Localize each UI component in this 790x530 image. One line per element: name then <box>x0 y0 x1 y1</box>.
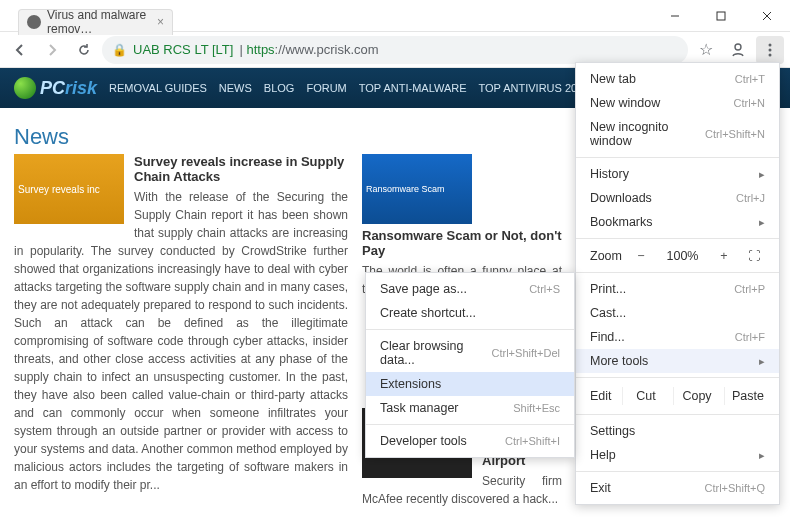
globe-icon <box>14 77 36 99</box>
menu-separator <box>576 157 779 158</box>
svg-point-5 <box>769 43 772 46</box>
zoom-out-button[interactable]: − <box>630 249 652 263</box>
menu-separator <box>576 238 779 239</box>
menu-help[interactable]: Help▸ <box>576 443 779 467</box>
menu-edit-row: Edit Cut Copy Paste <box>576 382 779 410</box>
menu-more-tools[interactable]: More tools▸ <box>576 349 779 373</box>
minimize-button[interactable] <box>652 0 698 32</box>
menu-find[interactable]: Find...Ctrl+F <box>576 325 779 349</box>
chevron-right-icon: ▸ <box>759 216 765 229</box>
submenu-extensions[interactable]: Extensions <box>366 372 574 396</box>
back-button[interactable] <box>6 36 34 64</box>
menu-separator <box>576 377 779 378</box>
menu-exit[interactable]: ExitCtrl+Shift+Q <box>576 476 779 500</box>
nav-top-antivirus[interactable]: TOP ANTIVIRUS 2018 <box>479 82 590 94</box>
reload-button[interactable] <box>70 36 98 64</box>
close-button[interactable] <box>744 0 790 32</box>
nav-news[interactable]: NEWS <box>219 82 252 94</box>
maximize-button[interactable] <box>698 0 744 32</box>
browser-tab[interactable]: Virus and malware remov… × <box>18 9 173 35</box>
menu-new-window[interactable]: New windowCtrl+N <box>576 91 779 115</box>
svg-point-7 <box>769 53 772 56</box>
menu-incognito[interactable]: New incognito windowCtrl+Shift+N <box>576 115 779 153</box>
svg-point-4 <box>735 44 741 50</box>
zoom-percent: 100% <box>660 249 705 263</box>
zoom-in-button[interactable]: + <box>713 249 735 263</box>
logo-risk: risk <box>65 78 97 99</box>
copy-button[interactable]: Copy <box>673 387 720 405</box>
submenu-save-page[interactable]: Save page as...Ctrl+S <box>366 277 574 301</box>
chevron-right-icon: ▸ <box>759 168 765 181</box>
article-thumb[interactable]: Survey reveals inc <box>14 154 124 224</box>
forward-button[interactable] <box>38 36 66 64</box>
submenu-create-shortcut[interactable]: Create shortcut... <box>366 301 574 325</box>
menu-history[interactable]: History▸ <box>576 162 779 186</box>
lock-icon: 🔒 <box>112 43 127 57</box>
chrome-main-menu: New tabCtrl+T New windowCtrl+N New incog… <box>575 62 780 505</box>
cut-button[interactable]: Cut <box>622 387 669 405</box>
menu-separator <box>576 471 779 472</box>
address-bar[interactable]: 🔒 UAB RCS LT [LT] | https://www.pcrisk.c… <box>102 36 688 64</box>
url-text: | https://www.pcrisk.com <box>239 42 378 57</box>
kebab-menu-icon[interactable] <box>756 36 784 64</box>
menu-separator <box>576 272 779 273</box>
svg-rect-1 <box>717 12 725 20</box>
nav-blog[interactable]: BLOG <box>264 82 295 94</box>
bookmark-star-icon[interactable]: ☆ <box>692 36 720 64</box>
window-titlebar: Virus and malware remov… × <box>0 0 790 32</box>
menu-new-tab[interactable]: New tabCtrl+T <box>576 67 779 91</box>
thumb-text: Ransomware Scam <box>366 184 445 194</box>
fullscreen-icon[interactable]: ⛶ <box>743 248 765 263</box>
menu-downloads[interactable]: DownloadsCtrl+J <box>576 186 779 210</box>
menu-bookmarks[interactable]: Bookmarks▸ <box>576 210 779 234</box>
site-logo[interactable]: PCrisk <box>14 77 97 99</box>
tab-title: Virus and malware remov… <box>47 8 151 36</box>
logo-pc: PC <box>40 78 65 99</box>
submenu-dev-tools[interactable]: Developer toolsCtrl+Shift+I <box>366 429 574 453</box>
zoom-label: Zoom <box>590 249 622 263</box>
menu-zoom: Zoom − 100% + ⛶ <box>576 243 779 268</box>
menu-separator <box>366 424 574 425</box>
section-heading: News <box>14 124 562 150</box>
nav-top-antimalware[interactable]: TOP ANTI-MALWARE <box>359 82 467 94</box>
tab-favicon <box>27 15 41 29</box>
nav-removal-guides[interactable]: REMOVAL GUIDES <box>109 82 207 94</box>
submenu-clear-data[interactable]: Clear browsing data...Ctrl+Shift+Del <box>366 334 574 372</box>
submenu-task-manager[interactable]: Task managerShift+Esc <box>366 396 574 420</box>
menu-cast[interactable]: Cast... <box>576 301 779 325</box>
edit-label: Edit <box>584 389 618 403</box>
ev-cert-label: UAB RCS LT [LT] <box>133 42 233 57</box>
article-thumb[interactable]: Ransomware Scam <box>362 154 472 224</box>
chevron-right-icon: ▸ <box>759 355 765 368</box>
article-supply-chain: Survey reveals inc Survey reveals increa… <box>14 154 348 508</box>
menu-settings[interactable]: Settings <box>576 419 779 443</box>
paste-button[interactable]: Paste <box>724 387 771 405</box>
close-icon[interactable]: × <box>157 15 164 29</box>
menu-separator <box>576 414 779 415</box>
article-body: With the release of the Securing the Sup… <box>14 188 348 494</box>
window-controls <box>652 0 790 32</box>
nav-forum[interactable]: FORUM <box>306 82 346 94</box>
svg-point-6 <box>769 48 772 51</box>
more-tools-submenu: Save page as...Ctrl+S Create shortcut...… <box>365 272 575 458</box>
profile-icon[interactable] <box>724 36 752 64</box>
menu-separator <box>366 329 574 330</box>
chevron-right-icon: ▸ <box>759 449 765 462</box>
thumb-text: Survey reveals inc <box>18 184 100 195</box>
menu-print[interactable]: Print...Ctrl+P <box>576 277 779 301</box>
